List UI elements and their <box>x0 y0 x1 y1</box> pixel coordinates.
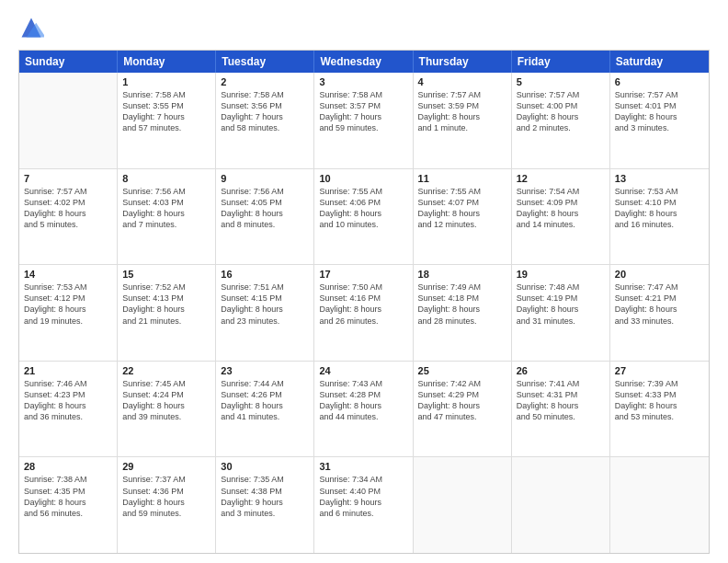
day-number: 20 <box>615 269 704 280</box>
day-info: Sunrise: 7:54 AMSunset: 4:09 PMDaylight:… <box>517 186 605 231</box>
day-number: 5 <box>517 76 605 87</box>
day-info: Sunrise: 7:56 AMSunset: 4:03 PMDaylight:… <box>122 186 210 231</box>
day-info: Sunrise: 7:46 AMSunset: 4:23 PMDaylight:… <box>24 378 112 423</box>
day-number: 23 <box>221 365 309 376</box>
day-number: 16 <box>221 269 309 280</box>
day-info: Sunrise: 7:53 AMSunset: 4:12 PMDaylight:… <box>24 282 112 327</box>
logo <box>18 15 48 40</box>
day-info: Sunrise: 7:57 AMSunset: 4:02 PMDaylight:… <box>24 186 112 231</box>
day-cell-16: 16Sunrise: 7:51 AMSunset: 4:15 PMDayligh… <box>216 265 314 361</box>
calendar: SundayMondayTuesdayWednesdayThursdayFrid… <box>18 50 710 554</box>
day-cell-10: 10Sunrise: 7:55 AMSunset: 4:06 PMDayligh… <box>314 169 413 265</box>
day-number: 19 <box>517 269 605 280</box>
day-number: 26 <box>517 365 605 376</box>
day-cell-18: 18Sunrise: 7:49 AMSunset: 4:18 PMDayligh… <box>414 265 512 361</box>
day-cell-22: 22Sunrise: 7:45 AMSunset: 4:24 PMDayligh… <box>118 362 216 457</box>
day-number: 13 <box>615 173 704 184</box>
day-cell-5: 5Sunrise: 7:57 AMSunset: 4:00 PMDaylight… <box>512 73 610 168</box>
day-number: 30 <box>221 461 309 472</box>
day-cell-20: 20Sunrise: 7:47 AMSunset: 4:21 PMDayligh… <box>610 265 709 361</box>
week-row-3: 14Sunrise: 7:53 AMSunset: 4:12 PMDayligh… <box>19 265 709 362</box>
day-cell-12: 12Sunrise: 7:54 AMSunset: 4:09 PMDayligh… <box>512 169 610 265</box>
day-cell-15: 15Sunrise: 7:52 AMSunset: 4:13 PMDayligh… <box>118 265 216 361</box>
day-number: 18 <box>418 269 506 280</box>
day-info: Sunrise: 7:49 AMSunset: 4:18 PMDaylight:… <box>418 282 506 327</box>
day-info: Sunrise: 7:52 AMSunset: 4:13 PMDaylight:… <box>122 282 210 327</box>
calendar-body: 1Sunrise: 7:58 AMSunset: 3:55 PMDaylight… <box>19 73 709 553</box>
day-number: 21 <box>24 365 112 376</box>
day-number: 4 <box>418 76 506 87</box>
day-info: Sunrise: 7:42 AMSunset: 4:29 PMDaylight:… <box>418 378 506 423</box>
day-cell-6: 6Sunrise: 7:57 AMSunset: 4:01 PMDaylight… <box>610 73 709 168</box>
day-cell-9: 9Sunrise: 7:56 AMSunset: 4:05 PMDaylight… <box>216 169 314 265</box>
day-info: Sunrise: 7:38 AMSunset: 4:35 PMDaylight:… <box>24 474 112 519</box>
day-number: 9 <box>221 173 309 184</box>
day-info: Sunrise: 7:58 AMSunset: 3:56 PMDaylight:… <box>221 89 309 134</box>
day-number: 1 <box>122 76 210 87</box>
header-day-friday: Friday <box>512 51 610 73</box>
day-number: 15 <box>122 269 210 280</box>
day-info: Sunrise: 7:41 AMSunset: 4:31 PMDaylight:… <box>517 378 605 423</box>
day-number: 2 <box>221 76 309 87</box>
day-cell-19: 19Sunrise: 7:48 AMSunset: 4:19 PMDayligh… <box>512 265 610 361</box>
header <box>18 15 710 40</box>
day-cell-28: 28Sunrise: 7:38 AMSunset: 4:35 PMDayligh… <box>19 457 118 553</box>
header-day-monday: Monday <box>118 51 216 73</box>
week-row-2: 7Sunrise: 7:57 AMSunset: 4:02 PMDaylight… <box>19 169 709 266</box>
empty-cell <box>512 457 610 553</box>
day-number: 29 <box>122 461 210 472</box>
week-row-5: 28Sunrise: 7:38 AMSunset: 4:35 PMDayligh… <box>19 457 709 553</box>
day-number: 6 <box>615 76 704 87</box>
day-info: Sunrise: 7:50 AMSunset: 4:16 PMDaylight:… <box>319 282 407 327</box>
week-row-1: 1Sunrise: 7:58 AMSunset: 3:55 PMDaylight… <box>19 73 709 169</box>
day-cell-11: 11Sunrise: 7:55 AMSunset: 4:07 PMDayligh… <box>414 169 512 265</box>
day-cell-24: 24Sunrise: 7:43 AMSunset: 4:28 PMDayligh… <box>314 362 413 457</box>
day-cell-7: 7Sunrise: 7:57 AMSunset: 4:02 PMDaylight… <box>19 169 118 265</box>
calendar-header: SundayMondayTuesdayWednesdayThursdayFrid… <box>19 51 709 73</box>
day-number: 8 <box>122 173 210 184</box>
day-number: 11 <box>418 173 506 184</box>
day-info: Sunrise: 7:58 AMSunset: 3:57 PMDaylight:… <box>319 89 407 134</box>
day-info: Sunrise: 7:39 AMSunset: 4:33 PMDaylight:… <box>615 378 704 423</box>
day-cell-23: 23Sunrise: 7:44 AMSunset: 4:26 PMDayligh… <box>216 362 314 457</box>
day-cell-30: 30Sunrise: 7:35 AMSunset: 4:38 PMDayligh… <box>216 457 314 553</box>
day-number: 25 <box>418 365 506 376</box>
day-info: Sunrise: 7:53 AMSunset: 4:10 PMDaylight:… <box>615 186 704 231</box>
header-day-tuesday: Tuesday <box>216 51 314 73</box>
day-info: Sunrise: 7:55 AMSunset: 4:07 PMDaylight:… <box>418 186 506 231</box>
day-info: Sunrise: 7:44 AMSunset: 4:26 PMDaylight:… <box>221 378 309 423</box>
header-day-thursday: Thursday <box>414 51 512 73</box>
day-cell-14: 14Sunrise: 7:53 AMSunset: 4:12 PMDayligh… <box>19 265 118 361</box>
day-cell-8: 8Sunrise: 7:56 AMSunset: 4:03 PMDaylight… <box>118 169 216 265</box>
day-number: 24 <box>319 365 407 376</box>
logo-icon <box>18 15 44 40</box>
day-number: 12 <box>517 173 605 184</box>
day-number: 3 <box>319 76 407 87</box>
day-cell-21: 21Sunrise: 7:46 AMSunset: 4:23 PMDayligh… <box>19 362 118 457</box>
header-day-saturday: Saturday <box>610 51 709 73</box>
day-info: Sunrise: 7:57 AMSunset: 4:01 PMDaylight:… <box>615 89 704 134</box>
empty-cell <box>414 457 512 553</box>
day-cell-17: 17Sunrise: 7:50 AMSunset: 4:16 PMDayligh… <box>314 265 413 361</box>
day-cell-3: 3Sunrise: 7:58 AMSunset: 3:57 PMDaylight… <box>314 73 413 168</box>
day-number: 17 <box>319 269 407 280</box>
day-info: Sunrise: 7:55 AMSunset: 4:06 PMDaylight:… <box>319 186 407 231</box>
day-info: Sunrise: 7:51 AMSunset: 4:15 PMDaylight:… <box>221 282 309 327</box>
day-cell-4: 4Sunrise: 7:57 AMSunset: 3:59 PMDaylight… <box>414 73 512 168</box>
day-info: Sunrise: 7:56 AMSunset: 4:05 PMDaylight:… <box>221 186 309 231</box>
day-number: 22 <box>122 365 210 376</box>
day-info: Sunrise: 7:37 AMSunset: 4:36 PMDaylight:… <box>122 474 210 519</box>
day-info: Sunrise: 7:58 AMSunset: 3:55 PMDaylight:… <box>122 89 210 134</box>
week-row-4: 21Sunrise: 7:46 AMSunset: 4:23 PMDayligh… <box>19 362 709 458</box>
page: SundayMondayTuesdayWednesdayThursdayFrid… <box>0 0 728 563</box>
header-day-sunday: Sunday <box>19 51 118 73</box>
day-number: 10 <box>319 173 407 184</box>
day-cell-2: 2Sunrise: 7:58 AMSunset: 3:56 PMDaylight… <box>216 73 314 168</box>
day-info: Sunrise: 7:47 AMSunset: 4:21 PMDaylight:… <box>615 282 704 327</box>
day-cell-26: 26Sunrise: 7:41 AMSunset: 4:31 PMDayligh… <box>512 362 610 457</box>
day-cell-25: 25Sunrise: 7:42 AMSunset: 4:29 PMDayligh… <box>414 362 512 457</box>
day-info: Sunrise: 7:48 AMSunset: 4:19 PMDaylight:… <box>517 282 605 327</box>
day-number: 27 <box>615 365 704 376</box>
day-cell-31: 31Sunrise: 7:34 AMSunset: 4:40 PMDayligh… <box>314 457 413 553</box>
day-number: 28 <box>24 461 112 472</box>
